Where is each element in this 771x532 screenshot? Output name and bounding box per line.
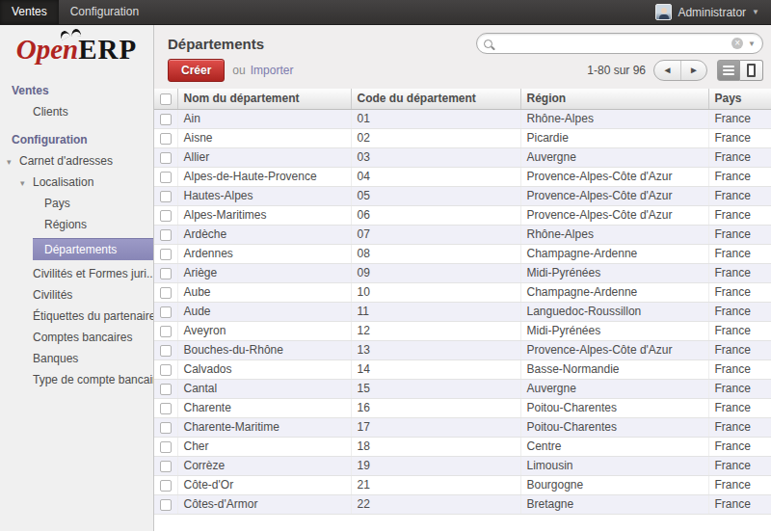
column-header-code-du-departement[interactable]: Code du département <box>351 89 520 109</box>
cell-country[interactable]: France <box>708 340 771 359</box>
search-box[interactable]: × ▼ <box>476 33 763 54</box>
select-all-checkbox[interactable] <box>160 93 172 105</box>
table-row[interactable]: Aisne02PicardieFrance <box>154 128 771 147</box>
sidebar-item-banques[interactable]: Banques <box>0 348 153 369</box>
cell-name[interactable]: Ain <box>177 109 351 128</box>
cell-region[interactable]: Provence-Alpes-Côte d'Azur <box>520 340 708 359</box>
cell-name[interactable]: Charente <box>177 398 351 417</box>
sidebar-item-civilites-et-formes-juri[interactable]: Civilités et Formes juri... <box>0 263 153 284</box>
sidebar-item-configuration[interactable]: Configuration <box>0 128 153 150</box>
cell-country[interactable]: France <box>708 186 771 205</box>
cell-country[interactable]: France <box>708 225 771 244</box>
cell-code[interactable]: 09 <box>351 263 520 282</box>
sidebar-item-localisation[interactable]: Localisation▾ <box>0 172 153 193</box>
collapse-caret-icon[interactable]: ▾ <box>7 157 18 167</box>
cell-region[interactable]: Bretagne <box>520 494 708 514</box>
row-checkbox[interactable] <box>160 403 172 414</box>
cell-region[interactable]: Provence-Alpes-Côte d'Azur <box>520 186 708 205</box>
row-checkbox[interactable] <box>160 210 172 222</box>
cell-country[interactable]: France <box>708 494 771 514</box>
table-row[interactable]: Corrèze19LimousinFrance <box>154 456 771 475</box>
column-header-pays[interactable]: Pays <box>708 89 771 109</box>
table-row[interactable]: Hautes-Alpes05Provence-Alpes-Côte d'Azur… <box>154 186 771 205</box>
cell-region[interactable]: Midi-Pyrénées <box>520 263 708 282</box>
row-checkbox[interactable] <box>160 229 172 241</box>
sidebar-item-etiquettes-du-partenaire[interactable]: Étiquettes du partenaire <box>0 306 153 327</box>
sidebar-item-comptes-bancaires[interactable]: Comptes bancaires <box>0 327 153 348</box>
row-checkbox[interactable] <box>160 133 172 145</box>
cell-region[interactable]: Champagne-Ardenne <box>520 282 708 302</box>
sidebar-item-type-de-compte-bancaire[interactable]: Type de compte bancaire <box>0 369 153 390</box>
cell-country[interactable]: France <box>708 263 771 282</box>
sidebar-item-ventes[interactable]: Ventes <box>0 79 153 101</box>
cell-region[interactable]: Basse-Normandie <box>520 359 708 379</box>
cell-country[interactable]: France <box>708 244 771 263</box>
cell-code[interactable]: 15 <box>351 379 520 398</box>
cell-region[interactable]: Languedoc-Roussillon <box>520 302 708 321</box>
table-row[interactable]: Charente16Poitou-CharentesFrance <box>154 398 771 417</box>
cell-country[interactable]: France <box>708 282 771 302</box>
row-checkbox[interactable] <box>160 461 172 472</box>
cell-code[interactable]: 21 <box>351 475 520 494</box>
table-row[interactable]: Aube10Champagne-ArdenneFrance <box>154 282 771 302</box>
table-row[interactable]: Calvados14Basse-NormandieFrance <box>154 359 771 379</box>
cell-name[interactable]: Cher <box>177 437 351 456</box>
row-checkbox[interactable] <box>160 287 172 299</box>
cell-country[interactable]: France <box>708 379 771 398</box>
cell-name[interactable]: Corrèze <box>177 456 351 475</box>
cell-country[interactable]: France <box>708 456 771 475</box>
sidebar-item-carnet-d-adresses[interactable]: Carnet d'adresses▾ <box>0 150 153 172</box>
cell-country[interactable]: France <box>708 205 771 225</box>
table-row[interactable]: Charente-Maritime17Poitou-CharentesFranc… <box>154 417 771 437</box>
table-row[interactable]: Allier03AuvergneFrance <box>154 147 771 167</box>
sidebar-item-civilites[interactable]: Civilités <box>0 284 153 306</box>
cell-name[interactable]: Alpes-Maritimes <box>177 205 351 225</box>
cell-code[interactable]: 06 <box>351 205 520 225</box>
cell-region[interactable]: Provence-Alpes-Côte d'Azur <box>520 167 708 186</box>
cell-code[interactable]: 05 <box>351 186 520 205</box>
cell-code[interactable]: 10 <box>351 282 520 302</box>
cell-name[interactable]: Calvados <box>177 359 351 379</box>
table-row[interactable]: Côte-d'Or21BourgogneFrance <box>154 475 771 494</box>
row-checkbox[interactable] <box>160 384 172 395</box>
cell-country[interactable]: France <box>708 109 771 128</box>
table-row[interactable]: Bouches-du-Rhône13Provence-Alpes-Côte d'… <box>154 340 771 359</box>
cell-code[interactable]: 16 <box>351 398 520 417</box>
table-row[interactable]: Aveyron12Midi-PyrénéesFrance <box>154 321 771 340</box>
create-button[interactable]: Créer <box>168 59 225 82</box>
table-row[interactable]: Aude11Languedoc-RoussillonFrance <box>154 302 771 321</box>
cell-code[interactable]: 02 <box>351 128 520 147</box>
cell-country[interactable]: France <box>708 437 771 456</box>
table-row[interactable]: Ariège09Midi-PyrénéesFrance <box>154 263 771 282</box>
cell-name[interactable]: Alpes-de-Haute-Provence <box>177 167 351 186</box>
row-checkbox[interactable] <box>160 499 172 511</box>
row-checkbox[interactable] <box>160 191 172 202</box>
cell-country[interactable]: France <box>708 167 771 186</box>
cell-country[interactable]: France <box>708 128 771 147</box>
row-checkbox[interactable] <box>160 152 172 164</box>
cell-country[interactable]: France <box>708 417 771 437</box>
cell-name[interactable]: Aude <box>177 302 351 321</box>
collapse-caret-icon[interactable]: ▾ <box>20 178 32 188</box>
cell-name[interactable]: Cantal <box>177 379 351 398</box>
column-header-nom-du-departement[interactable]: Nom du département <box>177 89 351 109</box>
row-checkbox[interactable] <box>160 249 172 260</box>
row-checkbox[interactable] <box>160 114 172 125</box>
cell-region[interactable]: Bourgogne <box>520 475 708 494</box>
table-row[interactable]: Côtes-d'Armor22BretagneFrance <box>154 494 771 514</box>
table-row[interactable]: Ardèche07Rhône-AlpesFrance <box>154 225 771 244</box>
cell-name[interactable]: Aveyron <box>177 321 351 340</box>
row-checkbox[interactable] <box>160 326 172 337</box>
table-row[interactable]: Cantal15AuvergneFrance <box>154 379 771 398</box>
cell-region[interactable]: Auvergne <box>520 147 708 167</box>
cell-code[interactable]: 14 <box>351 359 520 379</box>
table-row[interactable]: Cher18CentreFrance <box>154 437 771 456</box>
topbar-menu-ventes[interactable]: Ventes <box>0 0 59 24</box>
cell-code[interactable]: 07 <box>351 225 520 244</box>
cell-region[interactable]: Champagne-Ardenne <box>520 244 708 263</box>
cell-country[interactable]: France <box>708 475 771 494</box>
row-checkbox[interactable] <box>160 268 172 279</box>
cell-region[interactable]: Limousin <box>520 456 708 475</box>
cell-country[interactable]: France <box>708 398 771 417</box>
pager-next-button[interactable]: ► <box>680 61 706 80</box>
